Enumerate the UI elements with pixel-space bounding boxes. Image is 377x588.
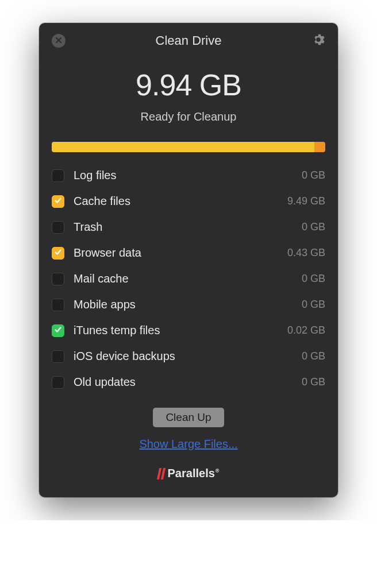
list-item: Browser data0.43 GB: [52, 240, 325, 266]
item-size: 0 GB: [302, 169, 325, 181]
item-size: 0 GB: [302, 299, 325, 311]
list-item: Mobile apps0 GB: [52, 292, 325, 318]
progress-bar: [52, 142, 325, 152]
close-icon: [55, 36, 62, 46]
item-label: Mobile apps: [74, 298, 302, 311]
list-item: iTunes temp files0.02 GB: [52, 318, 325, 343]
items-list: Log files0 GBCache files9.49 GBTrash0 GB…: [39, 157, 338, 395]
item-size: 0.02 GB: [287, 324, 325, 336]
brand-logo: Parallels®: [39, 467, 338, 480]
item-size: 9.49 GB: [287, 195, 325, 207]
item-size: 0 GB: [302, 221, 325, 233]
summary-section: 9.94 GB Ready for Cleanup: [39, 54, 338, 129]
checkbox[interactable]: [52, 324, 64, 337]
check-icon: [54, 196, 62, 207]
list-item: Trash0 GB: [52, 214, 325, 240]
item-label: Browser data: [74, 246, 287, 260]
progress-segment-main: [52, 142, 314, 152]
item-size: 0.43 GB: [287, 247, 325, 259]
clean-drive-window: Clean Drive 9.94 GB Ready for Cleanup Lo…: [39, 23, 338, 497]
item-label: Cache files: [74, 195, 287, 208]
brand-name: Parallels®: [168, 467, 220, 480]
titlebar: Clean Drive: [39, 23, 338, 54]
item-size: 0 GB: [302, 376, 325, 388]
item-label: Mail cache: [74, 272, 302, 285]
close-button[interactable]: [52, 34, 66, 48]
list-item: Cache files9.49 GB: [52, 188, 325, 214]
item-label: Old updates: [74, 376, 302, 389]
parallels-bars-icon: [158, 468, 164, 479]
check-icon: [54, 326, 62, 336]
checkbox[interactable]: [52, 221, 64, 234]
progress-container: [39, 129, 338, 157]
settings-button[interactable]: [311, 34, 325, 48]
item-size: 0 GB: [302, 350, 325, 362]
list-item: Old updates0 GB: [52, 369, 325, 395]
checkbox[interactable]: [52, 247, 64, 260]
item-label: iOS device backups: [74, 350, 302, 363]
gear-icon: [312, 33, 325, 48]
item-label: Trash: [74, 220, 302, 234]
checkbox[interactable]: [52, 376, 64, 389]
status-subtitle: Ready for Cleanup: [51, 110, 326, 123]
checkbox[interactable]: [52, 299, 64, 311]
checkbox[interactable]: [52, 169, 64, 182]
checkbox[interactable]: [52, 273, 64, 285]
item-size: 0 GB: [302, 273, 325, 285]
list-item: Log files0 GB: [52, 163, 325, 188]
window-title: Clean Drive: [156, 33, 222, 48]
check-icon: [54, 248, 62, 258]
list-item: Mail cache0 GB: [52, 266, 325, 292]
show-large-files-link[interactable]: Show Large Files...: [139, 438, 237, 451]
list-item: iOS device backups0 GB: [52, 343, 325, 369]
actions-section: Clean Up Show Large Files... Parallels®: [39, 395, 338, 480]
checkbox[interactable]: [52, 350, 64, 363]
progress-segment-end: [314, 142, 325, 152]
item-label: Log files: [74, 169, 302, 182]
item-label: iTunes temp files: [74, 324, 287, 337]
total-size: 9.94 GB: [51, 68, 326, 102]
cleanup-button[interactable]: Clean Up: [153, 408, 224, 427]
checkbox[interactable]: [52, 195, 64, 208]
